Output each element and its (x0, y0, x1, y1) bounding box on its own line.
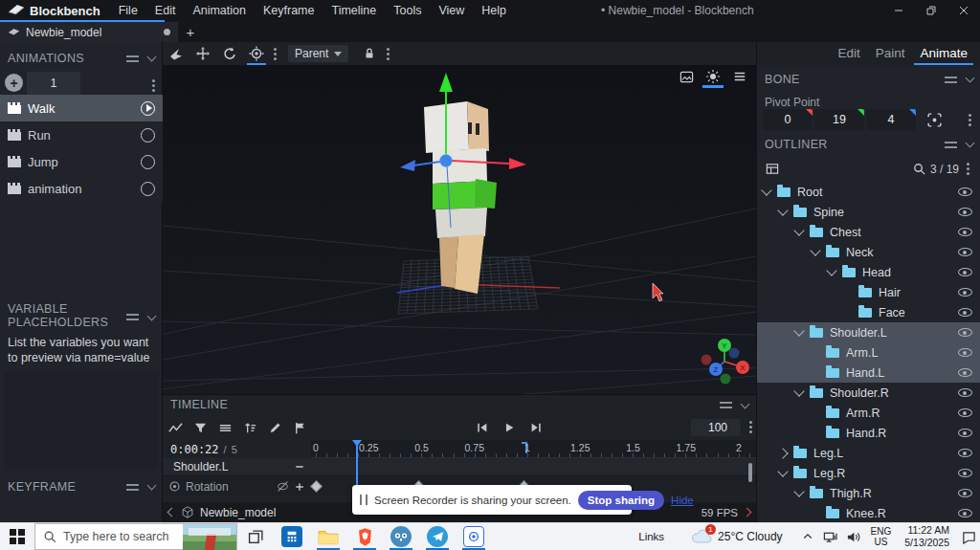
taskbar-app-file-explorer[interactable] (310, 523, 346, 550)
outliner-node-knee.r[interactable]: Knee.R (757, 503, 980, 522)
center-pivot-icon[interactable] (922, 109, 947, 130)
play-animation-button[interactable] (141, 128, 155, 143)
timeline-scrollbar[interactable] (748, 463, 752, 482)
taskbar-app-godot[interactable] (383, 523, 419, 550)
menu-keyframe[interactable]: Keyframe (255, 4, 323, 17)
chevron-down-icon[interactable] (777, 205, 788, 215)
mode-tab-paint[interactable]: Paint (870, 42, 911, 65)
close-button[interactable] (947, 0, 980, 21)
clock[interactable]: 11:22 AM5/13/2025 (897, 524, 957, 549)
hidden-icons-chevron[interactable] (796, 531, 819, 542)
search-icon[interactable] (912, 162, 926, 176)
panel-menu-icon[interactable] (945, 142, 957, 148)
visibility-eye-icon[interactable] (958, 228, 972, 236)
menu-file[interactable]: File (110, 4, 146, 17)
add-keyframe-icon[interactable] (294, 481, 305, 493)
stop-sharing-button[interactable]: Stop sharing (578, 491, 664, 510)
panel-collapse-icon[interactable] (966, 139, 975, 148)
pivot-x-input[interactable]: 0 (763, 109, 813, 130)
visibility-eye-icon[interactable] (958, 429, 972, 437)
add-animation-button[interactable]: + (5, 74, 23, 92)
outliner-node-hair[interactable]: Hair (757, 282, 980, 302)
animations-more-icon[interactable] (152, 84, 155, 87)
outliner-node-head[interactable]: Head (757, 262, 980, 282)
visibility-eye-icon[interactable] (958, 489, 972, 497)
play-animation-button[interactable] (141, 182, 155, 196)
remove-track-icon[interactable] (294, 461, 305, 473)
timeline-pencil-icon[interactable] (262, 416, 287, 439)
viewport-menu-icon[interactable] (729, 68, 750, 85)
outliner-node-shoulder.l[interactable]: Shoulder.L (757, 322, 980, 342)
minimize-button[interactable] (882, 0, 915, 21)
menu-tools[interactable]: Tools (385, 4, 430, 17)
links-toolbar[interactable]: Links (629, 531, 691, 542)
parent-dropdown[interactable]: Parent (288, 45, 348, 62)
timeline-track-group[interactable]: Shoulder.L (163, 458, 756, 476)
timeline-lines-icon[interactable] (212, 416, 237, 439)
timeline-graph-icon[interactable] (163, 416, 188, 439)
play-animation-button[interactable] (141, 155, 155, 169)
animation-item-animation[interactable]: animation (0, 175, 163, 202)
outliner-node-face[interactable]: Face (757, 302, 980, 322)
visibility-eye-icon[interactable] (958, 248, 972, 256)
timeline-flag-icon[interactable] (287, 416, 312, 439)
panel-collapse-icon[interactable] (966, 74, 975, 83)
skip-end-button[interactable] (523, 416, 549, 439)
panel-menu-icon[interactable] (720, 402, 732, 408)
outliner-node-root[interactable]: Root (757, 182, 980, 202)
chevron-right-icon[interactable] (777, 448, 788, 458)
chevron-down-icon[interactable] (761, 185, 771, 195)
panel-menu-icon[interactable] (945, 77, 957, 83)
variable-placeholders-input[interactable] (4, 371, 159, 471)
play-animation-button[interactable] (141, 101, 155, 116)
outliner-node-hand.r[interactable]: Hand.R (757, 423, 980, 443)
animation-item-walk[interactable]: Walk (0, 95, 163, 121)
chevron-down-icon[interactable] (826, 265, 836, 275)
pivot-y-input[interactable]: 19 (814, 109, 864, 130)
panel-menu-icon[interactable] (126, 484, 139, 491)
chevron-down-icon[interactable] (793, 385, 804, 396)
play-button[interactable] (496, 416, 523, 439)
mode-tab-animate[interactable]: Animate (914, 42, 973, 65)
toolbar-more-icon[interactable] (274, 53, 277, 55)
taskbar-app-brave[interactable] (346, 523, 383, 550)
move-tool-icon[interactable] (189, 42, 216, 65)
taskbar-app-screen-recorder[interactable] (456, 523, 492, 550)
visibility-eye-icon[interactable] (958, 469, 972, 477)
outliner-more-icon[interactable] (967, 167, 969, 170)
timeline-sort-icon[interactable] (237, 416, 262, 439)
viewport-3d[interactable]: Y Z X (163, 65, 756, 394)
transform-tool-icon[interactable] (163, 42, 189, 65)
hide-link[interactable]: Hide (671, 495, 694, 506)
pivot-z-input[interactable]: 4 (866, 109, 916, 130)
menu-view[interactable]: View (430, 4, 473, 17)
chevron-down-icon[interactable] (793, 225, 804, 235)
menu-animation[interactable]: Animation (184, 4, 255, 17)
outliner-node-arm.r[interactable]: Arm.R (757, 403, 980, 423)
panel-collapse-icon[interactable] (147, 53, 157, 62)
visibility-eye-icon[interactable] (958, 288, 972, 297)
panel-menu-icon[interactable] (126, 314, 139, 320)
new-tab-button[interactable]: + (178, 22, 203, 42)
outliner-node-spine[interactable]: Spine (757, 202, 980, 222)
task-view-button[interactable] (237, 523, 274, 550)
visibility-eye-icon[interactable] (958, 187, 972, 196)
pause-icon[interactable] (360, 495, 368, 505)
outliner-node-leg.r[interactable]: Leg.R (757, 463, 980, 483)
visibility-eye-icon[interactable] (958, 509, 972, 517)
skip-start-button[interactable] (469, 416, 496, 439)
panel-menu-icon[interactable] (126, 55, 139, 62)
timeline-filter-icon[interactable] (188, 416, 212, 439)
network-icon[interactable] (819, 530, 842, 544)
panel-collapse-icon[interactable] (741, 399, 750, 408)
volume-icon[interactable] (842, 530, 865, 544)
animation-item-run[interactable]: Run (0, 121, 163, 148)
animation-item-jump[interactable]: Jump (0, 148, 163, 175)
visibility-eye-icon[interactable] (958, 308, 972, 317)
animation-file-tab[interactable]: 1 (27, 72, 80, 95)
visibility-eye-icon[interactable] (958, 388, 972, 397)
visibility-eye-icon[interactable] (958, 208, 972, 216)
visibility-eye-icon[interactable] (958, 348, 972, 357)
weather-widget[interactable]: 1 25°C Cloudy (691, 528, 796, 546)
menu-timeline[interactable]: Timeline (323, 4, 385, 17)
